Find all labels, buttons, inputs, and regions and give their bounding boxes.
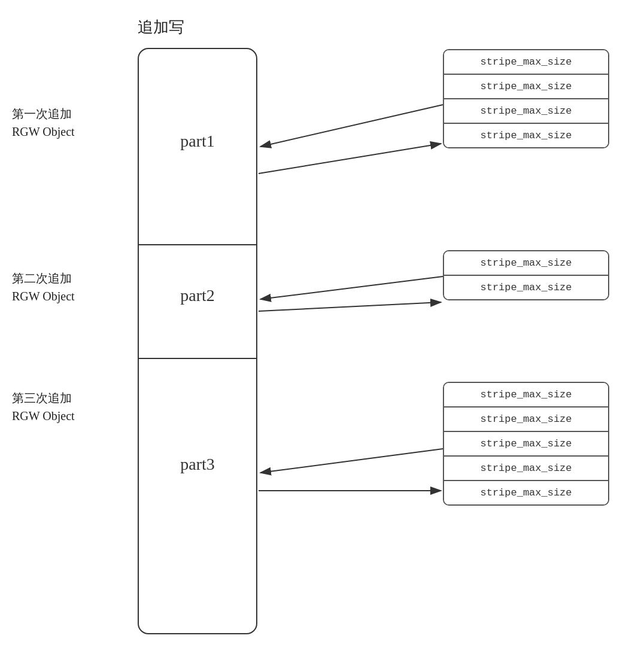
- stripe-box-3: stripe_max_size stripe_max_size stripe_m…: [443, 382, 609, 506]
- part-divider-1: [138, 244, 257, 245]
- stripe-box1-row3: stripe_max_size: [444, 99, 608, 124]
- diagram-container: 追加写 第一次追加 RGW Object 第二次追加 RGW Object 第三…: [0, 0, 626, 672]
- label-second-line2: RGW Object: [12, 287, 75, 305]
- part3-label: part3: [138, 455, 257, 474]
- stripe-box2-row2: stripe_max_size: [444, 276, 608, 299]
- arrow-to-part1: [260, 105, 443, 147]
- stripe-box1-row2: stripe_max_size: [444, 75, 608, 99]
- label-second-append: 第二次追加 RGW Object: [12, 269, 75, 305]
- stripe-box3-row5: stripe_max_size: [444, 481, 608, 504]
- label-first-line1: 第一次追加: [12, 105, 75, 123]
- part1-label: part1: [138, 132, 257, 151]
- arrow-to-part2: [260, 276, 443, 299]
- stripe-box2-row1: stripe_max_size: [444, 251, 608, 276]
- part2-label: part2: [138, 286, 257, 305]
- stripe-box1-row4: stripe_max_size: [444, 124, 608, 147]
- label-first-line2: RGW Object: [12, 123, 75, 141]
- label-third-line2: RGW Object: [12, 407, 75, 425]
- arrow-from-part2: [259, 302, 441, 311]
- stripe-box1-row1: stripe_max_size: [444, 50, 608, 75]
- label-first-append: 第一次追加 RGW Object: [12, 105, 75, 141]
- part-divider-2: [138, 358, 257, 359]
- stripe-box3-row2: stripe_max_size: [444, 408, 608, 432]
- label-third-line1: 第三次追加: [12, 389, 75, 407]
- label-second-line1: 第二次追加: [12, 269, 75, 287]
- stripe-box-1: stripe_max_size stripe_max_size stripe_m…: [443, 49, 609, 148]
- page-title: 追加写: [138, 17, 184, 38]
- arrow-to-part3: [260, 449, 443, 473]
- stripe-box3-row4: stripe_max_size: [444, 457, 608, 481]
- stripe-box3-row3: stripe_max_size: [444, 432, 608, 457]
- label-third-append: 第三次追加 RGW Object: [12, 389, 75, 425]
- stripe-box-2: stripe_max_size stripe_max_size: [443, 250, 609, 300]
- arrow-from-part1: [259, 144, 441, 174]
- stripe-box3-row1: stripe_max_size: [444, 383, 608, 408]
